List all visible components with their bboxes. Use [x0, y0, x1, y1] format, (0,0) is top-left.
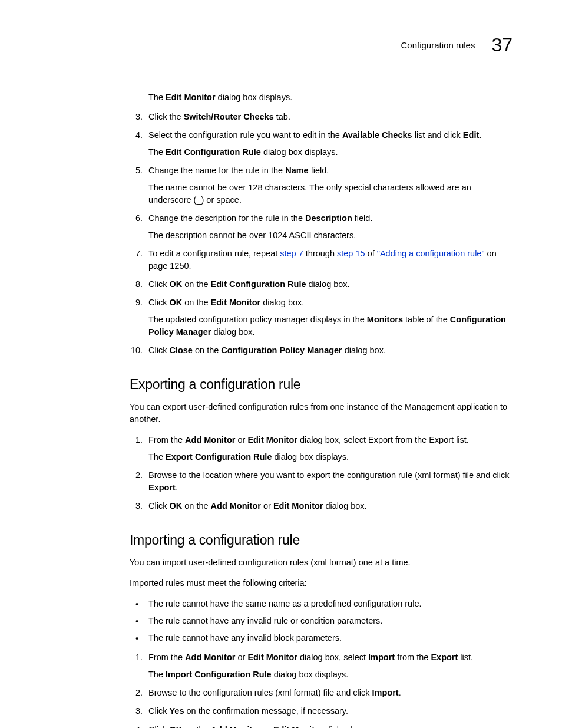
text: dialog box, select Export from the Expor…: [297, 435, 469, 444]
link-step15[interactable]: step 15: [337, 249, 365, 258]
import-steps-list: 1. From the Add Monitor or Edit Monitor …: [130, 651, 513, 728]
text: dialog box displays.: [272, 452, 349, 462]
link-adding-rule[interactable]: "Adding a configuration rule": [377, 249, 485, 258]
bold-text: Name: [285, 166, 309, 175]
text: .: [176, 483, 178, 492]
edit-monitor-displays: The Edit Monitor dialog box displays.: [130, 91, 513, 104]
list-item: The rule cannot have the same name as a …: [130, 598, 513, 610]
text: Browse to the location where you want to…: [148, 470, 510, 480]
export-intro: You can export user-defined configuratio…: [130, 401, 513, 426]
bold-text: OK: [169, 501, 182, 510]
step-number: 6.: [130, 212, 143, 225]
text: .: [399, 688, 401, 697]
text: or: [261, 725, 273, 729]
sub-paragraph: The Edit Configuration Rule dialog box d…: [148, 146, 513, 159]
bold-text: Edit Monitor: [166, 93, 216, 102]
bold-text: Import: [372, 688, 399, 697]
header-section-title: Configuration rules: [401, 40, 475, 50]
list-item: 4. Select the configuration rule you wan…: [130, 129, 513, 159]
text: or: [261, 501, 273, 510]
text: field.: [309, 166, 329, 175]
heading-importing: Importing a configuration rule: [130, 532, 513, 548]
list-item: 3. Click the Switch/Router Checks tab.: [130, 111, 513, 123]
bold-text: Export Configuration Rule: [166, 452, 272, 462]
sub-paragraph: The description cannot be over 1024 ASCI…: [148, 229, 513, 242]
text: dialog box displays.: [216, 93, 293, 102]
text: The: [148, 670, 166, 679]
step-number: 7.: [130, 248, 143, 260]
text: Click: [148, 279, 169, 289]
step-number: 4.: [130, 129, 143, 141]
step-number: 2.: [130, 469, 143, 482]
bold-text: OK: [169, 279, 182, 289]
text: field.: [352, 213, 373, 223]
step-number: 10.: [130, 344, 143, 357]
list-item: 7. To edit a configuration rule, repeat …: [130, 248, 513, 272]
bold-text: Import Configuration Rule: [166, 670, 272, 679]
sub-paragraph: The updated configuration policy manager…: [148, 314, 513, 338]
bold-text: OK: [169, 298, 182, 307]
list-item: 8. Click OK on the Edit Configuration Ru…: [130, 278, 513, 291]
list-item: The rule cannot have any invalid rule or…: [130, 615, 513, 627]
step-number: 2.: [130, 687, 143, 699]
bold-text: Edit Configuration Rule: [211, 279, 306, 289]
step-number: 9.: [130, 297, 143, 309]
bold-text: Export: [148, 483, 176, 492]
text: Click: [148, 706, 169, 716]
list-item: 3. Click Yes on the confirmation message…: [130, 705, 513, 717]
bold-text: Configuration Policy Manager: [221, 345, 342, 355]
sub-paragraph: The Export Configuration Rule dialog box…: [148, 451, 513, 463]
bold-text: Edit Configuration Rule: [166, 147, 261, 157]
text: dialog box displays.: [272, 670, 349, 679]
sub-paragraph: The name cannot be over 128 characters. …: [148, 182, 513, 206]
text: To edit a configuration rule, repeat: [148, 249, 280, 258]
link-step7[interactable]: step 7: [280, 249, 303, 258]
text: Click the: [148, 112, 184, 121]
text: The: [148, 93, 166, 102]
step-number: 1.: [130, 434, 143, 446]
text: or: [235, 435, 247, 444]
bold-text: Yes: [169, 706, 184, 716]
text: on the: [193, 345, 221, 355]
text: The: [148, 452, 166, 462]
step-number: 5.: [130, 164, 143, 177]
heading-exporting: Exporting a configuration rule: [130, 377, 513, 393]
bold-text: Available Checks: [342, 130, 412, 140]
import-criteria-list: The rule cannot have the same name as a …: [130, 598, 513, 644]
text: on the: [182, 279, 210, 289]
text: From the: [148, 435, 185, 444]
step-number: 8.: [130, 278, 143, 291]
text: through: [303, 249, 337, 258]
bold-text: Edit Monitor: [211, 298, 261, 307]
list-item: 4. Click OK on the Add Monitor or Edit M…: [130, 724, 513, 729]
text: Select the configuration rule you want t…: [148, 130, 342, 140]
chapter-number: 37: [491, 34, 513, 56]
text: Change the name for the rule in the: [148, 166, 285, 175]
text: Click: [148, 345, 169, 355]
text: on the: [182, 725, 210, 729]
text: dialog box, select: [297, 653, 368, 662]
text: from the: [395, 653, 431, 662]
list-item: 3. Click OK on the Add Monitor or Edit M…: [130, 500, 513, 512]
import-intro2: Imported rules must meet the following c…: [130, 577, 513, 589]
text: Browse to the configuration rules (xml f…: [148, 688, 372, 697]
text: table of the: [403, 315, 450, 324]
step-number: 3.: [130, 111, 143, 123]
text: The updated configuration policy manager…: [148, 315, 367, 324]
text: tab.: [274, 112, 290, 121]
text: dialog box.: [260, 298, 304, 307]
text: dialog box displays.: [261, 147, 338, 157]
page-header: Configuration rules 37: [130, 34, 513, 56]
text: Click: [148, 501, 169, 510]
text: Click: [148, 725, 169, 729]
list-item: 5. Change the name for the rule in the N…: [130, 164, 513, 206]
text: dialog box.: [306, 279, 349, 289]
text: dialog box.: [323, 501, 366, 510]
step-number: 3.: [130, 705, 143, 717]
text: or: [235, 653, 247, 662]
bold-text: Add Monitor: [185, 435, 235, 444]
text: on the: [182, 501, 210, 510]
bold-text: OK: [169, 725, 182, 729]
bold-text: Edit Monitor: [247, 435, 297, 444]
bold-text: Monitors: [367, 315, 403, 324]
